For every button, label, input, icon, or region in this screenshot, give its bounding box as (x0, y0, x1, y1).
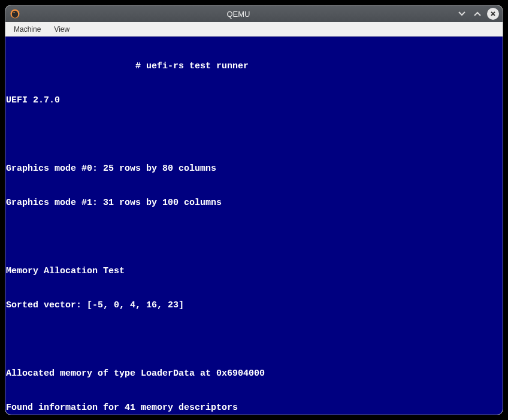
qemu-icon (9, 8, 21, 20)
terminal-line: Graphics mode #0: 25 rows by 80 columns (6, 163, 502, 174)
terminal-line: Sorted vector: [-5, 0, 4, 16, 23] (6, 300, 502, 311)
svg-point-2 (13, 12, 14, 13)
terminal-output: # uefi-rs test runner UEFI 2.7.0 Graphic… (5, 37, 503, 415)
terminal-line (6, 334, 502, 345)
menu-view[interactable]: View (48, 24, 75, 35)
svg-point-1 (12, 11, 19, 18)
terminal-line: # uefi-rs test runner (6, 61, 502, 72)
close-button[interactable] (487, 8, 499, 20)
qemu-window: QEMU Machine View (5, 5, 503, 415)
menu-machine[interactable]: Machine (8, 24, 47, 35)
maximize-button[interactable] (471, 8, 483, 20)
terminal-line: Found information for 41 memory descript… (6, 402, 502, 413)
window-controls (456, 8, 499, 20)
terminal-line (6, 231, 502, 243)
minimize-button[interactable] (456, 8, 468, 20)
titlebar[interactable]: QEMU (5, 5, 503, 22)
terminal-line: Graphics mode #1: 31 rows by 100 columns (6, 197, 502, 209)
terminal-line: Memory Allocation Test (6, 265, 502, 277)
window-title: QEMU (25, 10, 452, 19)
menubar: Machine View (5, 22, 503, 37)
terminal-line: UEFI 2.7.0 (6, 95, 502, 106)
terminal-line: Allocated memory of type LoaderData at 0… (6, 368, 502, 379)
terminal-line (6, 129, 502, 140)
